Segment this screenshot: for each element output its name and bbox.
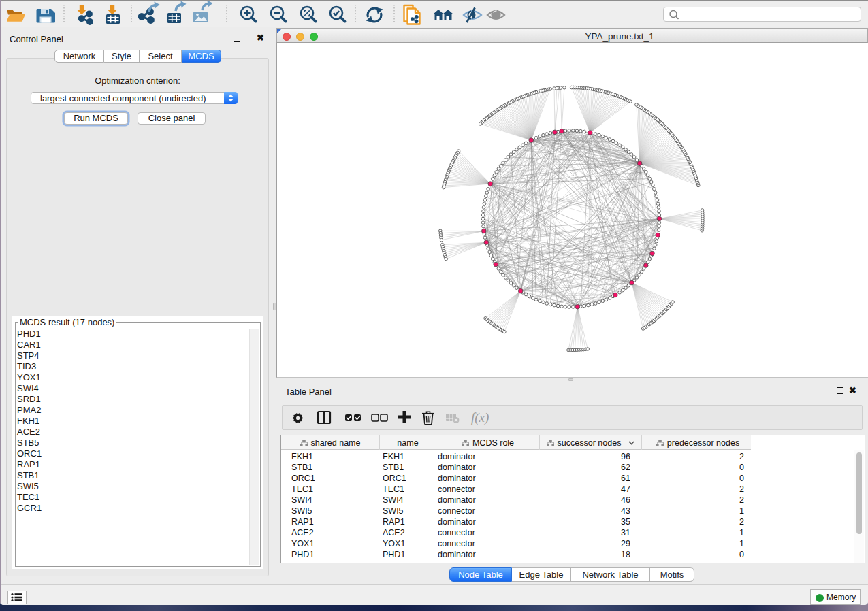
- svg-text:f(x): f(x): [471, 410, 489, 425]
